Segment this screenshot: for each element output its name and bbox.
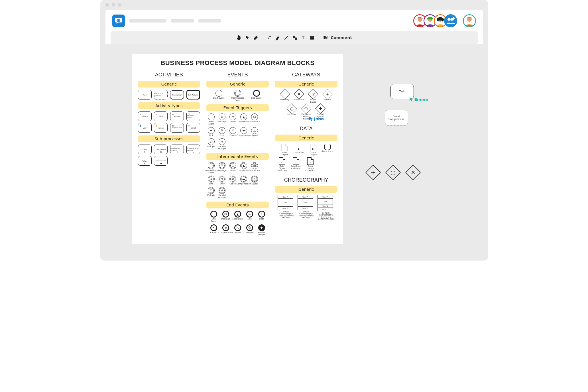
shape-end-error[interactable]: ↯Error xyxy=(257,211,266,222)
shape-intermediate-event[interactable]: Intermediate Event xyxy=(231,90,245,101)
shape-sub-compensation[interactable]: Compensation◂◂ xyxy=(154,156,168,166)
app-logo[interactable] xyxy=(112,15,125,27)
shape-data-input-collection[interactable]: ⦀Data Input Collection xyxy=(290,157,302,172)
col-events: EVENTS Generic Start Event Intermediate … xyxy=(206,70,269,236)
shape-gateway-event-based[interactable]: ⦾Event-based xyxy=(308,90,319,103)
shape-int-timer[interactable]: ◷Timer xyxy=(228,162,238,174)
shape-choreo-simple-a[interactable]: User A Task User B Simple Choreography: … xyxy=(278,195,295,219)
avatar-me[interactable] xyxy=(463,14,476,27)
shape-data-object[interactable]: Data Object xyxy=(279,144,290,156)
shape-task[interactable]: Task xyxy=(138,90,152,99)
subhead-event-triggers: Event Triggers xyxy=(206,104,269,111)
shape-activity-script[interactable]: 〰Script xyxy=(186,123,200,133)
shape-trigger-timer[interactable]: ◷Timer xyxy=(228,113,238,125)
shape-data-output[interactable]: ▶Data Output xyxy=(308,144,319,156)
shape-data-input[interactable]: ▶Data Input xyxy=(293,144,305,156)
subhead-choreography-generic: Generic xyxy=(275,186,337,193)
tool-comment[interactable]: Comment xyxy=(322,34,353,42)
shape-activity-service[interactable]: ⚙Service xyxy=(138,111,152,121)
shape-start-event[interactable]: Start Event xyxy=(212,90,226,101)
shape-int-link[interactable]: ➔Link xyxy=(206,176,216,185)
shape-activity-instantiate-receive[interactable]: ◯Instantiate Receive xyxy=(186,111,200,121)
tool-sticky-note[interactable] xyxy=(308,34,316,42)
shape-sub-process[interactable]: Sub-process⊞ xyxy=(154,145,168,154)
shape-trigger-conditional[interactable]: ▤Conditional xyxy=(250,113,259,125)
shape-data-object-collection[interactable]: ⦀Data Object Collection xyxy=(276,157,288,172)
shape-trigger-parallel-multiple[interactable]: ✚Parallel Multiple xyxy=(217,138,227,150)
shape-end-event[interactable]: End Event xyxy=(250,90,263,101)
subhead-intermediate-events: Intermediate Events xyxy=(206,153,269,160)
tool-shape[interactable] xyxy=(291,34,299,42)
tool-text[interactable]: T xyxy=(300,34,308,42)
subhead-gateways-generic: Generic xyxy=(275,81,337,88)
shape-end-parallel-multiple[interactable]: ✚Parallel Multiple xyxy=(257,224,266,236)
placeholder-bar xyxy=(171,19,194,23)
shape-end-link[interactable]: ➔Link xyxy=(245,211,255,222)
placeholder-bar xyxy=(198,19,221,23)
shape-transaction[interactable]: Transaction xyxy=(170,90,184,99)
col-activities: ACTIVITIES Generic Task Event Sub-proces… xyxy=(138,70,200,236)
shape-trigger-signal[interactable]: △Signal xyxy=(250,127,259,137)
canvas[interactable]: BUSINESS PROCESS MODEL DIAGRAM BLOCKS AC… xyxy=(105,44,483,261)
tool-pan[interactable] xyxy=(235,34,243,42)
stage-gateway-parallel[interactable]: ＋ xyxy=(365,165,381,180)
shape-trigger-compensation[interactable]: ◂◂Compensation xyxy=(239,127,249,137)
shape-end-cancel[interactable]: ✕Cancel xyxy=(209,224,219,236)
shape-data-output-collection[interactable]: ⦀Data Output Collection xyxy=(305,157,316,172)
tool-highlighter[interactable] xyxy=(274,34,282,42)
shape-int-error[interactable]: ↯Error xyxy=(217,176,227,185)
shape-end-multiple[interactable]: ⬠Multiple xyxy=(245,224,255,236)
shape-sub-sequential-mi[interactable]: Sequential Multi-instance≡ xyxy=(186,145,200,154)
shape-activity-send[interactable]: ✉Send xyxy=(154,111,168,121)
tool-pen[interactable] xyxy=(265,34,273,42)
tool-eraser[interactable] xyxy=(252,34,260,42)
shape-gateway[interactable]: Gateway xyxy=(279,90,290,103)
shape-int-event[interactable]: Intermediate Event xyxy=(206,162,216,174)
shape-int-signal[interactable]: △Signal xyxy=(250,176,259,185)
tool-select[interactable] xyxy=(243,34,251,42)
shape-trigger-escalation[interactable]: ▲Escalation xyxy=(239,113,249,125)
shape-sub-adhoc[interactable]: Adhoc~ xyxy=(138,156,152,166)
shape-activity-business-rule[interactable]: ▤Business Rule xyxy=(170,123,184,133)
shape-end-message[interactable]: ✉Message xyxy=(221,211,231,222)
shape-choreo-complex[interactable]: User A Task User B User C Complex Choreo… xyxy=(318,195,335,220)
shape-trigger-start[interactable]: Start Event xyxy=(206,113,216,125)
palette-panel: BUSINESS PROCESS MODEL DIAGRAM BLOCKS AC… xyxy=(132,54,343,244)
shape-end-compensation[interactable]: ◂◂Compensation xyxy=(221,224,231,236)
cursor-john-label: John xyxy=(314,117,324,121)
shape-gateway-inclusive[interactable]: ○Inclusive xyxy=(286,104,298,120)
share-button[interactable] xyxy=(444,14,457,27)
shape-int-message[interactable]: ✉Message xyxy=(217,162,227,174)
shape-choreo-simple-b[interactable]: User A Task User B Simple Choreography: … xyxy=(298,195,315,219)
window-maximize-dot[interactable] xyxy=(118,3,121,7)
shape-end-event[interactable]: End Event xyxy=(209,211,219,222)
shape-trigger-message[interactable]: ✉Message xyxy=(217,113,227,125)
shape-int-compensation[interactable]: ◂◂Compensation xyxy=(239,176,249,185)
shape-trigger-multiple[interactable]: ⬠Multiple xyxy=(206,138,216,150)
shape-int-conditional[interactable]: ▤Conditional xyxy=(250,162,259,174)
shape-trigger-error[interactable]: ↯Error xyxy=(217,127,227,137)
stage-event-subprocess[interactable]: Event Sub-process xyxy=(385,110,408,125)
shape-trigger-link[interactable]: ➔Link xyxy=(206,127,216,137)
window-minimize-dot[interactable] xyxy=(112,3,115,7)
shape-end-escalation[interactable]: ▲Escalation xyxy=(233,211,243,222)
shape-int-multiple[interactable]: ⬠Multiple xyxy=(206,187,216,199)
shape-call-activity[interactable]: Call Activity xyxy=(186,90,200,99)
shape-activity-manual[interactable]: ✋Manual xyxy=(154,123,168,133)
shape-activity-receive[interactable]: ✉Receive xyxy=(170,111,184,121)
stage-gateway-exclusive[interactable]: ✕ xyxy=(405,165,421,180)
shape-int-escalation[interactable]: ▲Escalation xyxy=(239,162,249,174)
subhead-activities-generic: Generic xyxy=(138,81,200,88)
shape-event-subprocess[interactable]: Event Sub-process xyxy=(154,90,168,99)
shape-activity-user[interactable]: 👤User xyxy=(138,123,152,133)
shape-sub-parallel-mi[interactable]: Parallel Multi-instance⦀ xyxy=(170,145,184,154)
shape-int-parallel-multiple[interactable]: ✚Parallel Multiple xyxy=(217,187,227,199)
shape-data-store[interactable]: Data Store xyxy=(322,144,333,156)
stage-gateway-inclusive[interactable]: ○ xyxy=(385,165,401,180)
shape-gateway-parallel[interactable]: ＋Parallel xyxy=(322,90,333,103)
shape-gateway-exclusive[interactable]: ✕Exclusive xyxy=(293,90,305,103)
window-close-dot[interactable] xyxy=(105,3,109,7)
tool-line[interactable] xyxy=(282,34,290,42)
shape-end-signal[interactable]: △Signal xyxy=(233,224,243,236)
shape-sub-loop[interactable]: Loop↻ xyxy=(138,145,152,154)
